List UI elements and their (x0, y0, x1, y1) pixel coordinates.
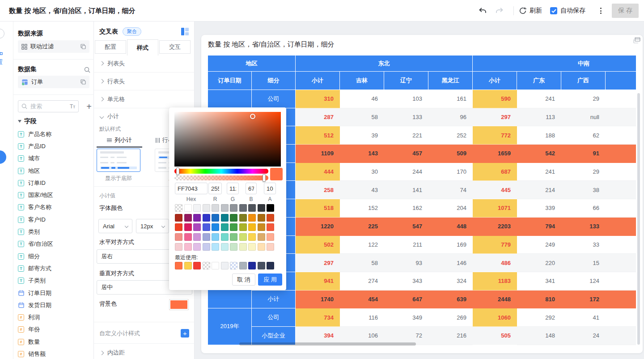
cancel-button[interactable]: 取 消 (232, 274, 255, 286)
card-corner-filter-icon[interactable] (633, 37, 640, 45)
field-search-input[interactable] (30, 103, 61, 110)
palette-swatch[interactable] (184, 223, 192, 231)
collapsed-panel-icon[interactable] (0, 29, 4, 38)
chart-switch-icon[interactable] (181, 27, 189, 36)
palette-swatch[interactable] (239, 262, 247, 269)
palette-swatch[interactable] (193, 223, 201, 231)
field-item[interactable]: T客户ID (18, 214, 93, 226)
refresh-button[interactable]: 刷新 (519, 5, 542, 16)
tab-config[interactable]: 配置 (95, 40, 126, 54)
field-search-box[interactable]: Tт (18, 100, 79, 112)
floating-action-button[interactable] (0, 150, 6, 164)
palette-swatch[interactable] (193, 214, 201, 222)
field-item[interactable]: T子类别 (18, 275, 93, 287)
save-button[interactable]: 保 存 (612, 4, 639, 18)
section-row-header[interactable]: 行表头 (94, 73, 194, 90)
field-item[interactable]: T邮寄方式 (18, 262, 93, 274)
field-item[interactable]: #利润 (18, 311, 93, 323)
field-item[interactable]: 发货日期 (18, 299, 93, 311)
edge-blue-icon[interactable] (0, 49, 3, 56)
more-menu-button[interactable] (597, 6, 605, 16)
alpha-handle[interactable] (263, 174, 266, 182)
palette-swatch[interactable] (248, 214, 256, 222)
palette-swatch[interactable] (230, 223, 237, 231)
palette-swatch[interactable] (248, 204, 256, 212)
palette-swatch[interactable] (239, 223, 247, 231)
field-item[interactable]: T细分 (18, 250, 93, 262)
alpha-slider[interactable] (174, 175, 268, 180)
vertical-scrollbar[interactable] (637, 93, 640, 345)
palette-swatch[interactable] (212, 204, 219, 212)
font-family-select[interactable]: Arial (98, 219, 132, 233)
palette-swatch[interactable] (221, 204, 229, 212)
subtotal-position-bottom-option[interactable] (97, 149, 140, 172)
horizontal-scrollbar[interactable] (239, 342, 416, 346)
palette-swatch[interactable] (184, 243, 192, 251)
palette-swatch[interactable] (212, 243, 219, 251)
palette-swatch[interactable] (193, 262, 201, 269)
hue-slider[interactable] (174, 169, 268, 174)
palette-swatch[interactable] (248, 243, 256, 251)
dataset-item[interactable]: 订单 (18, 76, 89, 88)
text-case-icon[interactable]: Tт (70, 103, 75, 110)
hue-handle[interactable] (176, 167, 179, 175)
palette-swatch[interactable] (175, 243, 182, 251)
field-item[interactable]: T产品名称 (18, 128, 93, 140)
palette-swatch[interactable] (230, 233, 237, 241)
palette-swatch[interactable] (221, 223, 229, 231)
palette-swatch[interactable] (203, 204, 210, 212)
field-item[interactable]: T国家/地区 (18, 189, 93, 201)
alpha-input[interactable] (264, 183, 276, 194)
palette-swatch[interactable] (267, 204, 274, 212)
section-padding[interactable]: 内边距 (94, 344, 194, 359)
field-item[interactable]: #销售额 (18, 348, 93, 359)
palette-swatch[interactable] (175, 262, 182, 269)
field-item[interactable]: T类别 (18, 226, 93, 238)
field-item[interactable]: T城市 (18, 153, 93, 165)
fields-header[interactable]: 字段 (18, 117, 37, 125)
palette-swatch[interactable] (230, 204, 237, 212)
subtab-column-subtotal[interactable]: 列小计 (97, 134, 142, 146)
hex-input[interactable] (175, 183, 208, 194)
copy-icon[interactable] (80, 44, 86, 49)
palette-swatch[interactable] (267, 233, 274, 241)
field-item[interactable]: 订单日期 (18, 287, 93, 299)
palette-swatch[interactable] (239, 243, 247, 251)
palette-swatch[interactable] (212, 214, 219, 222)
data-source-item[interactable]: 联动过滤 (18, 40, 89, 53)
field-item[interactable]: T地区 (18, 165, 93, 177)
palette-swatch[interactable] (184, 214, 192, 222)
field-item[interactable]: T订单ID (18, 177, 93, 189)
palette-swatch[interactable] (258, 262, 265, 269)
redo-button[interactable] (495, 6, 504, 16)
palette-swatch[interactable] (230, 262, 237, 269)
palette-swatch[interactable] (258, 204, 265, 212)
font-size-select[interactable]: 12px (136, 219, 169, 233)
palette-swatch[interactable] (203, 262, 210, 269)
palette-swatch[interactable] (258, 214, 265, 222)
copy-icon[interactable] (80, 79, 86, 85)
palette-swatch[interactable] (193, 233, 201, 241)
palette-swatch[interactable] (175, 233, 182, 241)
tab-style[interactable]: 样式 (127, 39, 158, 56)
palette-swatch[interactable] (267, 262, 274, 269)
palette-swatch[interactable] (248, 262, 256, 269)
palette-swatch[interactable] (239, 214, 247, 222)
saturation-area[interactable] (174, 112, 281, 167)
field-item[interactable]: T客户名称 (18, 201, 93, 214)
palette-swatch[interactable] (239, 233, 247, 241)
palette-swatch[interactable] (239, 204, 247, 212)
palette-swatch[interactable] (184, 262, 192, 269)
edge-partial-label[interactable]: 置 (0, 58, 3, 66)
palette-swatch[interactable] (267, 243, 274, 251)
red-input[interactable] (208, 183, 222, 194)
palette-swatch[interactable] (221, 243, 229, 251)
palette-swatch[interactable] (175, 214, 182, 222)
section-cell[interactable]: 单元格 (94, 90, 194, 108)
section-column-header[interactable]: 列表头 (94, 55, 194, 73)
green-input[interactable] (227, 183, 239, 194)
saturation-cursor[interactable] (250, 114, 255, 119)
palette-swatch[interactable] (193, 204, 201, 212)
field-item[interactable]: #数量 (18, 336, 93, 348)
palette-swatch[interactable] (267, 223, 274, 231)
